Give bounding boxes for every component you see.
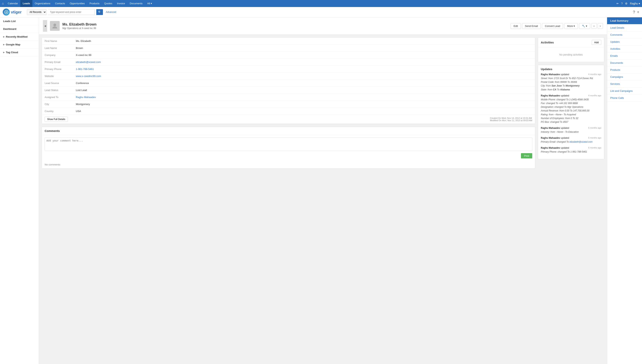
update-header: Raghu Mahaadev updated 6 months ago	[541, 127, 601, 130]
nav-item-contacts[interactable]: Contacts	[53, 0, 67, 7]
nav-item-quotes[interactable]: Quotes	[102, 0, 115, 7]
sidebar-item-leads-list[interactable]: Leads List	[0, 17, 39, 25]
right-panel: Activities Add No pending activities Upd…	[538, 38, 604, 168]
update-detail: Mobile Phone: changed To 1-(345)-4566-34…	[541, 98, 601, 124]
right-sidebar-item-updates[interactable]: Updates	[607, 38, 642, 46]
field-value-phone[interactable]: 1-961-788-5461	[73, 66, 535, 73]
nav-item-invoice[interactable]: Invoice	[115, 0, 127, 7]
sidebar-item-google-map[interactable]: ▶ Google Map	[0, 41, 39, 48]
email-link[interactable]: elizabeth@xceed.com	[76, 60, 101, 64]
website-link[interactable]: www.x-ceedinc99.com	[76, 75, 101, 78]
dashboard-label: Dashboard	[3, 28, 16, 30]
field-label: Last Name	[42, 44, 73, 52]
table-row: City Montgomery	[42, 101, 535, 108]
next-arrow[interactable]: ›	[597, 23, 603, 29]
activities-card: Activities Add No pending activities	[538, 38, 604, 62]
right-sidebar-item-phone-calls[interactable]: Phone Calls	[607, 94, 642, 102]
assigned-link[interactable]: Raghu Mahaadev	[76, 96, 96, 98]
nav-item-all[interactable]: All ▾	[145, 0, 154, 7]
update-time: 6 months ago	[588, 146, 601, 149]
timestamps: Created On Wed, Nov 14, 2012 at 10:31 AM…	[490, 117, 532, 122]
comment-footer: Post	[45, 153, 532, 158]
sidebar-item-recently-modified[interactable]: ▶ Recently Modified	[0, 33, 39, 41]
nav-item-leads[interactable]: Leads	[20, 0, 32, 7]
right-sidebar-item-products[interactable]: Products	[607, 66, 642, 74]
nav-item-opportunities[interactable]: Opportunities	[68, 0, 87, 7]
comment-textarea[interactable]	[45, 138, 532, 151]
nav-item-calendar[interactable]: Calendar	[6, 0, 21, 7]
update-action: updated	[561, 127, 569, 130]
field-label: City	[42, 101, 73, 108]
field-value: USA	[73, 108, 535, 115]
search-button[interactable]: 🔍	[96, 9, 103, 15]
right-sidebar-item-lead-summary[interactable]: Lead Summary	[607, 17, 642, 24]
field-value-email[interactable]: elizabeth@xceed.com	[73, 59, 535, 66]
sidebar-item-dashboard[interactable]: Dashboard	[0, 25, 39, 33]
updates-title: Updates	[541, 68, 601, 71]
update-email-link[interactable]: elizabeth@xceed.com	[569, 140, 592, 143]
show-full-details-button[interactable]: Show Full Details	[45, 117, 68, 122]
tools-button[interactable]: 🔧 ▾	[579, 23, 590, 29]
home-icon[interactable]: ⌂	[2, 2, 4, 5]
update-user: Raghu Mahaadev	[541, 73, 560, 76]
pencil-icon[interactable]: ✏	[616, 2, 619, 5]
nav-item-documents[interactable]: Documents	[127, 0, 145, 7]
right-sidebar-item-lead-details[interactable]: Lead Details	[607, 24, 642, 31]
update-group-4: Raghu Mahaadev updated 6 months ago Prim…	[541, 136, 601, 144]
phone-link[interactable]: 1-961-788-5461	[76, 68, 94, 70]
nav-item-products[interactable]: Products	[87, 0, 102, 7]
lead-title-block: Ms. Elizabeth Brown Mgr Operations at X-…	[62, 22, 97, 30]
send-email-button[interactable]: Send Email	[522, 23, 541, 29]
created-on: Created On Wed, Nov 14, 2012 at 10:31 AM	[490, 117, 532, 119]
user-menu[interactable]: Raghu ▾	[630, 2, 640, 5]
search-bar: vtiger All Records 🔍 Advanced ? +	[0, 7, 642, 17]
comment-area: Post	[42, 135, 535, 161]
right-sidebar-item-emails[interactable]: Emails	[607, 52, 642, 60]
convert-lead-button[interactable]: Convert Lead	[542, 23, 563, 29]
no-comments-text: No comments	[42, 161, 535, 168]
nav-right: ✏ ? ⚙ Raghu ▾	[616, 2, 640, 5]
activities-title: Activities	[541, 41, 554, 44]
right-sidebar-item-documents[interactable]: Documents	[607, 60, 642, 66]
edit-button[interactable]: Edit	[511, 23, 521, 29]
right-sidebar-item-comments[interactable]: Comments	[607, 31, 642, 38]
right-sidebar-item-campaigns[interactable]: Campaigns	[607, 74, 642, 80]
records-dropdown[interactable]: All Records	[27, 9, 47, 15]
logo: vtiger	[3, 8, 22, 16]
settings-icon[interactable]: ⚙	[625, 2, 627, 5]
update-time: 6 months ago	[588, 127, 601, 130]
more-button[interactable]: More ▾	[564, 23, 578, 29]
update-group-1: Raghu Mahaadev updated 4 months ago Stre…	[541, 73, 601, 92]
advanced-search-link[interactable]: Advanced	[106, 11, 116, 14]
prev-arrow[interactable]: ‹	[591, 23, 597, 29]
right-sidebar-item-activities[interactable]: Activities	[607, 46, 642, 52]
add-activity-button[interactable]: Add	[592, 40, 601, 45]
field-value: X-ceed inc 99	[73, 52, 535, 59]
field-label: Company	[42, 52, 73, 59]
post-button[interactable]: Post	[521, 153, 532, 158]
sidebar-item-tag-cloud[interactable]: ▶ Tag Cloud	[0, 48, 39, 56]
update-detail: Primary Email: changed To elizabeth@xcee…	[541, 140, 601, 144]
arrow-icon: ▶	[3, 51, 5, 54]
field-value: Conference	[73, 80, 535, 87]
right-sidebar-item-list-and-campaigns[interactable]: List and Campaigns	[607, 88, 642, 94]
update-action: updated	[561, 136, 569, 139]
plus-icon[interactable]: +	[637, 10, 639, 14]
collapse-sidebar-button[interactable]: ◀	[43, 20, 47, 32]
table-row: Website www.x-ceedinc99.com	[42, 73, 535, 80]
field-label: Lead Status	[42, 87, 73, 94]
search-input[interactable]	[48, 9, 95, 15]
update-header: Raghu Mahaadev updated 4 months ago	[541, 94, 601, 97]
update-time: 4 months ago	[588, 73, 601, 76]
field-value-website[interactable]: www.x-ceedinc99.com	[73, 73, 535, 80]
right-sidebar-item-services[interactable]: Services	[607, 80, 642, 88]
update-user: Raghu Mahaadev	[541, 94, 560, 97]
lead-details-card: First Name Ms. Elizabeth Last Name Brown…	[42, 38, 535, 124]
lead-avatar	[50, 21, 60, 31]
update-header: Raghu Mahaadev updated 6 months ago	[541, 136, 601, 139]
field-value-assigned[interactable]: Raghu Mahaadev	[73, 94, 535, 101]
help-icon[interactable]: ?	[621, 2, 623, 5]
question-icon[interactable]: ?	[633, 10, 635, 14]
table-row: Assigned To Raghu Mahaadev	[42, 94, 535, 101]
nav-item-organizations[interactable]: Organizations	[32, 0, 53, 7]
